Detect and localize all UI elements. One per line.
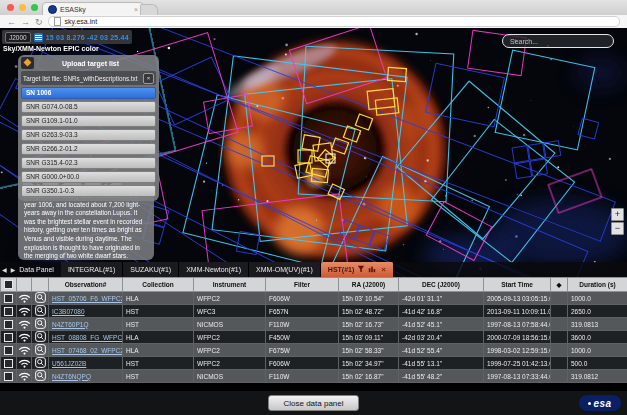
observation-link[interactable]: IC3B07080: [52, 308, 85, 315]
address-field[interactable]: sky.esa.int: [48, 16, 620, 27]
columns-icon[interactable]: [368, 265, 376, 274]
browser-tab[interactable]: ESASky ×: [42, 2, 144, 16]
zoom-in-button[interactable]: +: [611, 208, 624, 221]
target-list-item[interactable]: SNR G350.1-0.3: [21, 185, 156, 197]
cell-select[interactable]: [1, 357, 17, 370]
cell-collection: HST: [123, 318, 194, 331]
cell-select[interactable]: [1, 292, 17, 305]
target-list-item[interactable]: SNR G074.0-08.5: [21, 101, 156, 113]
target-list-file-bar: Target list file: SNRs_withDescriptions.…: [21, 71, 156, 85]
footprint-toggle-icon[interactable]: [17, 305, 32, 318]
maximize-window-button[interactable]: [31, 4, 38, 11]
zoom-out-button[interactable]: −: [611, 222, 624, 235]
observation-link[interactable]: HST_08808_FG_WFPC2_F450W: [52, 334, 123, 341]
checkbox[interactable]: [4, 280, 13, 289]
zoom-to-observation-icon[interactable]: [32, 318, 49, 331]
cell-instrument: WFPC2: [194, 344, 266, 357]
target-list-item[interactable]: SNR G000.0+00.0: [21, 171, 156, 183]
cell-select[interactable]: [1, 370, 17, 383]
checkbox[interactable]: [4, 372, 13, 381]
column-header-instrument[interactable]: Instrument: [194, 278, 266, 292]
target-list-item[interactable]: SNR G266.2-01.2: [21, 143, 156, 155]
observation-link[interactable]: HST_05706_F6_WFPC2_TOTAL: [52, 295, 123, 302]
zoom-to-observation-icon[interactable]: [32, 357, 49, 370]
cell-collection: HLA: [123, 331, 194, 344]
new-tab-button[interactable]: [140, 4, 158, 15]
zoom-to-observation-icon[interactable]: [32, 292, 49, 305]
minimize-window-button[interactable]: [19, 4, 26, 11]
cell-ra: 15h 02' 16.73": [339, 318, 399, 331]
column-header-start-time[interactable]: Start Time: [484, 278, 551, 292]
cell-select[interactable]: [1, 318, 17, 331]
back-icon[interactable]: ←: [7, 17, 16, 27]
tab-suzaku-1-[interactable]: SUZAKU(#1): [123, 262, 179, 277]
tabs-scroll-right-icon[interactable]: ▶: [9, 266, 18, 273]
target-list-item[interactable]: SNR G315.4-02.3: [21, 157, 156, 169]
cell-select[interactable]: [1, 344, 17, 357]
footprint-toggle-icon[interactable]: [17, 292, 32, 305]
tab-integral-1-[interactable]: INTEGRAL(#1): [61, 262, 123, 277]
footprint-toggle-icon[interactable]: [17, 331, 32, 344]
cell-duration: 3600.0: [568, 331, 627, 344]
target-list-item[interactable]: SN 1006: [21, 87, 156, 99]
target-list-item[interactable]: SNR G263.9-03.3: [21, 129, 156, 141]
tab-xmm-om-uv-1-[interactable]: XMM-OM(UV)(#1): [249, 262, 321, 277]
cell-start-time: 2005-09-13 03:05:15.0: [484, 292, 551, 305]
select-all-checkbox[interactable]: [1, 278, 17, 292]
column-header-collection[interactable]: Collection: [123, 278, 194, 292]
cell-select[interactable]: [1, 331, 17, 344]
sort-icon[interactable]: ◆: [551, 278, 568, 292]
checkbox[interactable]: [4, 307, 13, 316]
footprint-toggle-icon[interactable]: [17, 318, 32, 331]
footprint-toggle-icon[interactable]: [17, 344, 32, 357]
zoom-to-observation-icon[interactable]: [32, 370, 49, 383]
close-data-panel-button[interactable]: Close data panel: [268, 395, 358, 411]
checkbox[interactable]: [4, 294, 13, 303]
data-panel: ◀ ▶ Data PanelINTEGRAL(#1)SUZAKU(#1)XMM-…: [0, 262, 627, 415]
forward-icon[interactable]: →: [21, 17, 30, 27]
cell-observation: HST_08808_FG_WFPC2_F450W: [49, 331, 123, 344]
page-icon: [54, 17, 61, 26]
search-input[interactable]: [502, 34, 614, 48]
window-controls[interactable]: [7, 4, 38, 11]
column-header-ra-j2000-[interactable]: RA (J2000): [339, 278, 399, 292]
cell-collection: HST: [123, 357, 194, 370]
column-header-dec-j2000-[interactable]: DEC (J2000): [399, 278, 484, 292]
checkbox[interactable]: [4, 333, 13, 342]
cell-observation: HST_05706_F6_WFPC2_TOTAL: [49, 292, 123, 305]
cell-collection: HLA: [123, 344, 194, 357]
remove-target-list-icon[interactable]: ×: [143, 73, 154, 84]
tabs-scroll-left-icon[interactable]: ◀: [0, 266, 9, 273]
zoom-to-observation-icon[interactable]: [32, 305, 49, 318]
observation-link[interactable]: N4ZT60P1Q: [52, 321, 89, 328]
zoom-to-observation-icon[interactable]: [32, 331, 49, 344]
observation-link[interactable]: U561JZ02B: [52, 360, 86, 367]
cell-select[interactable]: [1, 305, 17, 318]
filter-icon[interactable]: [357, 265, 365, 274]
target-list-icon[interactable]: [21, 57, 34, 69]
footprint-toggle-icon[interactable]: [17, 357, 32, 370]
tab-hst-1-[interactable]: HST(#1)×: [321, 262, 394, 277]
cell-collection: HLA: [123, 292, 194, 305]
footprint-toggle-icon[interactable]: [17, 370, 32, 383]
observation-link[interactable]: N4ZT6NQPQ: [52, 373, 91, 380]
tab-data-panel[interactable]: Data Panel: [17, 262, 61, 277]
column-header-duration-s-[interactable]: Duration (s): [568, 278, 627, 292]
zoom-to-observation-icon[interactable]: [32, 344, 49, 357]
checkbox[interactable]: [4, 346, 13, 355]
observation-link[interactable]: HST_07468_02_WFPC2_TOTAL: [52, 347, 123, 354]
tab-close-icon[interactable]: ×: [134, 6, 138, 13]
frame-selector-button[interactable]: J2000: [5, 32, 31, 43]
target-list-item[interactable]: SNR G109.1-01.0: [21, 115, 156, 127]
cell-sort: [551, 331, 568, 344]
column-header-filter[interactable]: Filter: [266, 278, 339, 292]
column-header-observation-[interactable]: Observation#: [49, 278, 123, 292]
esasky-favicon: [48, 5, 57, 14]
checkbox[interactable]: [4, 359, 13, 368]
checkbox[interactable]: [4, 320, 13, 329]
close-window-button[interactable]: [7, 4, 14, 11]
close-tab-icon[interactable]: ×: [381, 265, 386, 274]
refresh-icon[interactable]: ↻: [35, 17, 43, 27]
tab-xmm-newton-1-[interactable]: XMM-Newton(#1): [179, 262, 249, 277]
sky-map[interactable]: J2000 15 03 8.276 -42 03 25.44 Sky/XMM-N…: [0, 28, 627, 278]
